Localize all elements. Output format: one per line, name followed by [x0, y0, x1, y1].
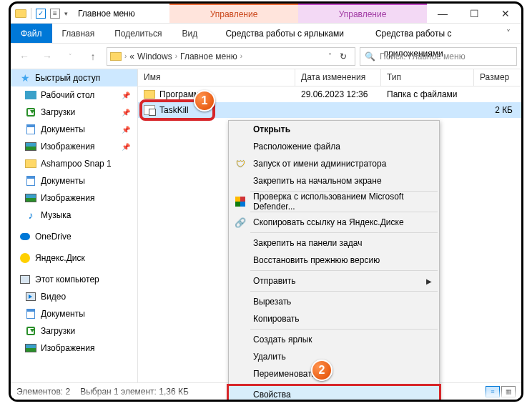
menu-properties[interactable]: Свойства [229, 386, 439, 402]
context-menu: Открыть Расположение файла 🛡Запуск от им… [228, 120, 440, 402]
pictures-icon [25, 344, 36, 352]
sidebar-item-music[interactable]: ♪Музыка [11, 207, 137, 224]
folder-icon [110, 52, 122, 61]
qat-properties-icon[interactable]: ✓ [36, 9, 46, 19]
column-headers[interactable]: Имя Дата изменения Тип Размер [138, 69, 521, 86]
videos-icon [26, 292, 36, 301]
pictures-icon [25, 142, 36, 151]
tab-file[interactable]: Файл [11, 24, 52, 43]
tab-app-tools[interactable]: Средства работы с приложениями [349, 24, 478, 43]
documents-icon [26, 309, 35, 319]
menu-copy[interactable]: Копировать [229, 310, 439, 327]
annotation-badge-2: 2 [311, 360, 332, 381]
window-title: Главное меню [78, 9, 135, 19]
sidebar-item-yandex-disk[interactable]: Яндекс.Диск [11, 249, 137, 267]
pin-icon: 📌 [122, 126, 130, 134]
sidebar-item-videos[interactable]: Видео [11, 288, 137, 305]
sidebar-item-downloads[interactable]: Загрузки📌 [11, 104, 137, 121]
sidebar-item-documents-2[interactable]: Документы [11, 172, 137, 189]
navigation-pane[interactable]: ★Быстрый доступ Рабочий стол📌 Загрузки📌 … [11, 69, 138, 382]
yandex-disk-icon [20, 253, 30, 263]
menu-file-location[interactable]: Расположение файла [229, 138, 439, 155]
folder-icon [25, 159, 36, 168]
menu-rename[interactable]: Переименовать [229, 365, 439, 382]
sidebar-item-onedrive[interactable]: OneDrive [11, 228, 137, 245]
contextual-tab-shortcut-tools[interactable]: Управление [169, 4, 298, 23]
sidebar-item-pictures[interactable]: Изображения📌 [11, 138, 137, 155]
shield-icon: 🛡 [235, 158, 246, 169]
pin-icon: 📌 [122, 109, 130, 117]
star-icon: ★ [19, 73, 31, 83]
titlebar: ✓ ≡ ▾ Главное меню Управление Управление… [11, 4, 521, 24]
link-icon: 🔗 [235, 217, 246, 228]
menu-open[interactable]: Открыть [229, 121, 439, 138]
navigation-bar: ← → ˅ ↑ › « Windows › Главное меню › ˅ ↻… [11, 44, 521, 69]
up-button[interactable]: ↑ [84, 47, 102, 66]
tab-view[interactable]: Вид [172, 24, 207, 43]
maximize-button[interactable]: ☐ [458, 4, 490, 24]
tab-share[interactable]: Поделиться [104, 24, 172, 43]
music-icon: ♪ [25, 210, 36, 220]
pictures-icon [25, 194, 36, 202]
downloads-icon [26, 108, 35, 117]
chevron-right-icon: ▶ [426, 277, 432, 285]
contextual-tab-app-tools[interactable]: Управление [298, 4, 427, 23]
menu-defender-scan[interactable]: Проверка с использованием Microsoft Defe… [229, 193, 439, 210]
column-date[interactable]: Дата изменения [295, 69, 381, 86]
recent-dropdown[interactable]: ˅ [61, 47, 79, 66]
sidebar-item-ashampoo[interactable]: Ashampoo Snap 1 [11, 155, 137, 172]
shortcut-icon [144, 105, 155, 115]
pc-icon [20, 275, 30, 284]
menu-run-admin[interactable]: 🛡Запуск от имени администратора [229, 155, 439, 172]
desktop-icon [25, 91, 36, 99]
sidebar-item-pictures-3[interactable]: Изображения [11, 340, 137, 357]
menu-create-shortcut[interactable]: Создать ярлык [229, 331, 439, 348]
search-icon: 🔍 [365, 51, 375, 61]
sidebar-item-pictures-2[interactable]: Изображения [11, 189, 137, 207]
tab-home[interactable]: Главная [52, 24, 105, 43]
defender-icon [235, 196, 246, 207]
qat-newfolder-icon[interactable]: ≡ [50, 9, 60, 19]
menu-cut[interactable]: Вырезать [229, 293, 439, 310]
sidebar-item-this-pc[interactable]: Этот компьютер [11, 271, 137, 288]
ribbon-expand-icon[interactable]: ˅ [496, 24, 521, 43]
pin-icon: 📌 [122, 143, 130, 151]
sidebar-item-documents[interactable]: Документы📌 [11, 121, 137, 138]
column-name[interactable]: Имя [138, 69, 295, 86]
app-icon [15, 9, 26, 18]
refresh-button[interactable]: ↻ [335, 51, 352, 61]
pin-icon: 📌 [122, 91, 130, 99]
menu-yandex-link[interactable]: 🔗Скопировать ссылку на Яндекс.Диске [229, 214, 439, 231]
documents-icon [26, 124, 35, 134]
sidebar-item-documents-3[interactable]: Документы [11, 305, 137, 322]
back-button[interactable]: ← [15, 47, 34, 66]
sidebar-item-desktop[interactable]: Рабочий стол📌 [11, 86, 137, 104]
sidebar-item-downloads-2[interactable]: Загрузки [11, 322, 137, 340]
menu-pin-taskbar[interactable]: Закрепить на панели задач [229, 234, 439, 252]
close-button[interactable]: ✕ [490, 4, 521, 24]
menu-restore-version[interactable]: Восстановить прежнюю версию [229, 252, 439, 269]
qat-dropdown-icon[interactable]: ▾ [64, 10, 68, 17]
downloads-icon [26, 327, 35, 335]
ribbon-tabs: Файл Главная Поделиться Вид Средства раб… [11, 24, 521, 44]
folder-icon [144, 90, 155, 99]
minimize-button[interactable]: — [427, 4, 458, 24]
annotation-badge-1: 1 [194, 90, 215, 112]
address-dropdown-icon[interactable]: ˅ [328, 52, 332, 60]
sidebar-item-quick-access[interactable]: ★Быстрый доступ [11, 69, 137, 86]
menu-pin-start[interactable]: Закрепить на начальном экране [229, 172, 439, 189]
documents-icon [26, 176, 35, 186]
column-size[interactable]: Размер [474, 69, 521, 86]
onedrive-icon [20, 233, 30, 240]
forward-button[interactable]: → [38, 47, 56, 66]
tab-shortcut-tools[interactable]: Средства работы с ярлыками [220, 24, 349, 43]
menu-send-to[interactable]: Отправить▶ [229, 272, 439, 289]
explorer-window: ✓ ≡ ▾ Главное меню Управление Управление… [9, 1, 523, 402]
column-type[interactable]: Тип [381, 69, 474, 86]
search-input[interactable]: 🔍 Поиск: Главное меню [360, 47, 517, 66]
menu-delete[interactable]: Удалить [229, 348, 439, 365]
address-bar[interactable]: › « Windows › Главное меню › ˅ ↻ [107, 47, 355, 66]
